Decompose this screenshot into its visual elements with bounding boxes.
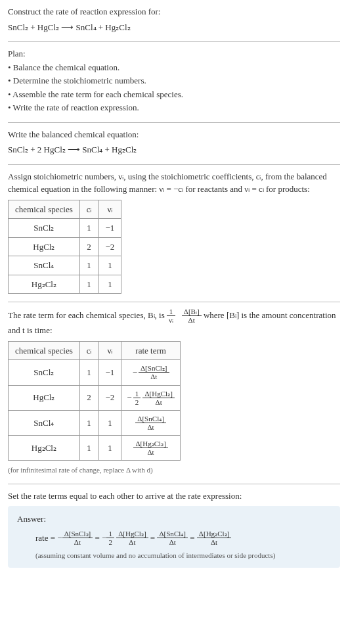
col-v: νᵢ: [98, 341, 121, 360]
frac-den: Δt: [62, 538, 93, 546]
cell-species: HgCl₂: [9, 385, 80, 410]
balanced-equation: SnCl₂ + 2 HgCl₂ ⟶ SnCl₄ + Hg₂Cl₂: [8, 143, 340, 156]
frac-den: Δt: [116, 538, 148, 546]
col-v: νᵢ: [98, 200, 121, 219]
plan-item: • Balance the chemical equation.: [8, 61, 340, 74]
frac-one-over-nu: 1 νᵢ: [167, 308, 175, 324]
frac-num: 1: [106, 530, 114, 538]
frac-num: Δ[Bᵢ]: [182, 308, 202, 316]
frac-num: Δ[Hg₂Cl₂]: [197, 530, 231, 538]
prompt-section: Construct the rate of reaction expressio…: [8, 5, 340, 34]
cell-species: Hg₂Cl₂: [9, 275, 80, 294]
table-row: SnCl₄11: [9, 256, 121, 275]
frac-rate: Δ[Hg₂Cl₂]Δt: [133, 440, 167, 456]
answer-label: Answer:: [17, 513, 331, 526]
frac-den: νᵢ: [167, 316, 175, 324]
frac-num: 1: [167, 308, 175, 316]
cell-species: SnCl₂: [9, 360, 80, 385]
stoich-table: chemical species cᵢ νᵢ SnCl₂1−1 HgCl₂2−2…: [8, 200, 121, 294]
assign-text: Assign stoichiometric numbers, νᵢ, using…: [8, 170, 340, 196]
eq-sign: = −: [93, 533, 106, 543]
frac-num: Δ[HgCl₂]: [116, 530, 148, 538]
rate-term-table: chemical species cᵢ νᵢ rate term SnCl₂ 1…: [8, 341, 181, 461]
table-header-row: chemical species cᵢ νᵢ rate term: [9, 341, 181, 360]
table-row: SnCl₂1−1: [9, 219, 121, 238]
plan-heading: Plan:: [8, 47, 340, 60]
frac-num: Δ[SnCl₄]: [135, 415, 166, 423]
cell-v: −1: [98, 219, 121, 238]
frac-num: Δ[SnCl₂]: [139, 364, 169, 373]
divider: [8, 122, 340, 123]
table-row: HgCl₂2−2: [9, 237, 121, 256]
answer-box: Answer: rate = −Δ[SnCl₂]Δt = −12 Δ[HgCl₂…: [8, 506, 340, 567]
cell-species: SnCl₄: [9, 256, 80, 275]
cell-species: HgCl₂: [9, 237, 80, 256]
frac-den: 2: [133, 398, 141, 406]
frac-rate: Δ[HgCl₂]Δt: [142, 390, 174, 406]
table-row: HgCl₂ 2 −2 −12 Δ[HgCl₂]Δt: [9, 385, 181, 410]
frac-term-1: Δ[SnCl₂]Δt: [62, 530, 93, 546]
frac-den: Δt: [135, 423, 166, 431]
unbalanced-equation: SnCl₂ + HgCl₂ ⟶ SnCl₄ + Hg₂Cl₂: [8, 21, 340, 34]
rate-intro-prefix: The rate term for each chemical species,…: [8, 310, 167, 320]
frac-num: Δ[SnCl₄]: [157, 530, 188, 538]
plan-list: • Balance the chemical equation. • Deter…: [8, 61, 340, 114]
cell-v: 1: [98, 436, 121, 461]
cell-species: Hg₂Cl₂: [9, 436, 80, 461]
cell-v: −2: [98, 237, 121, 256]
plan-section: Plan: • Balance the chemical equation. •…: [8, 47, 340, 114]
cell-rate-term: Δ[SnCl₄]Δt: [121, 410, 181, 435]
set-equal-text: Set the rate terms equal to each other t…: [8, 490, 340, 503]
frac-rate: Δ[SnCl₂]Δt: [139, 364, 169, 380]
frac-term-2: Δ[HgCl₂]Δt: [116, 530, 148, 546]
table-row: SnCl₂ 1 −1 −Δ[SnCl₂]Δt: [9, 360, 181, 385]
cell-rate-term: −12 Δ[HgCl₂]Δt: [121, 385, 181, 410]
divider: [8, 484, 340, 484]
set-equal-section: Set the rate terms equal to each other t…: [8, 490, 340, 568]
frac-den: Δt: [182, 316, 202, 324]
col-rate-term: rate term: [121, 341, 181, 360]
frac-term-3: Δ[SnCl₄]Δt: [157, 530, 188, 546]
table-row: SnCl₄ 1 1 Δ[SnCl₄]Δt: [9, 410, 181, 435]
neg-sign: −: [133, 367, 137, 377]
frac-num: Δ[SnCl₂]: [62, 530, 93, 538]
cell-c: 1: [79, 436, 98, 461]
assumption-note: (assuming constant volume and no accumul…: [35, 550, 331, 561]
neg-sign: −: [127, 392, 131, 402]
balanced-section: Write the balanced chemical equation: Sn…: [8, 128, 340, 156]
divider: [8, 164, 340, 165]
table-row: Hg₂Cl₂11: [9, 275, 121, 294]
rate-expression: rate = −Δ[SnCl₂]Δt = −12 Δ[HgCl₂]Δt = Δ[…: [35, 530, 331, 546]
cell-c: 1: [79, 410, 98, 435]
divider: [8, 41, 340, 42]
cell-v: −1: [98, 360, 121, 385]
frac-den: Δt: [157, 538, 188, 546]
cell-c: 1: [79, 219, 98, 238]
prompt-line: Construct the rate of reaction expressio…: [8, 5, 340, 18]
eq-sign: =: [148, 533, 158, 543]
cell-rate-term: −Δ[SnCl₂]Δt: [121, 360, 181, 385]
cell-species: SnCl₂: [9, 219, 80, 238]
cell-v: 1: [98, 256, 121, 275]
frac-num: Δ[Hg₂Cl₂]: [133, 440, 167, 448]
frac-den: Δt: [142, 398, 174, 406]
col-species: chemical species: [9, 341, 80, 360]
rate-intro-section: The rate term for each chemical species,…: [8, 308, 340, 476]
col-c: cᵢ: [79, 200, 98, 219]
plan-item: • Assemble the rate term for each chemic…: [8, 88, 340, 101]
plan-item: • Write the rate of reaction expression.: [8, 101, 340, 114]
infinitesimal-note: (for infinitesimal rate of change, repla…: [8, 465, 340, 476]
cell-c: 2: [79, 385, 98, 410]
frac-half: 12: [133, 390, 141, 406]
balanced-heading: Write the balanced chemical equation:: [8, 128, 340, 141]
frac-den: Δt: [139, 373, 169, 380]
plan-item: • Determine the stoichiometric numbers.: [8, 74, 340, 87]
frac-num: Δ[HgCl₂]: [142, 390, 174, 398]
frac-term-4: Δ[Hg₂Cl₂]Δt: [197, 530, 231, 546]
frac-rate: Δ[SnCl₄]Δt: [135, 415, 166, 431]
cell-v: 1: [98, 410, 121, 435]
cell-v: −2: [98, 385, 121, 410]
frac-den: Δt: [133, 448, 167, 456]
col-c: cᵢ: [79, 341, 98, 360]
cell-c: 2: [79, 237, 98, 256]
